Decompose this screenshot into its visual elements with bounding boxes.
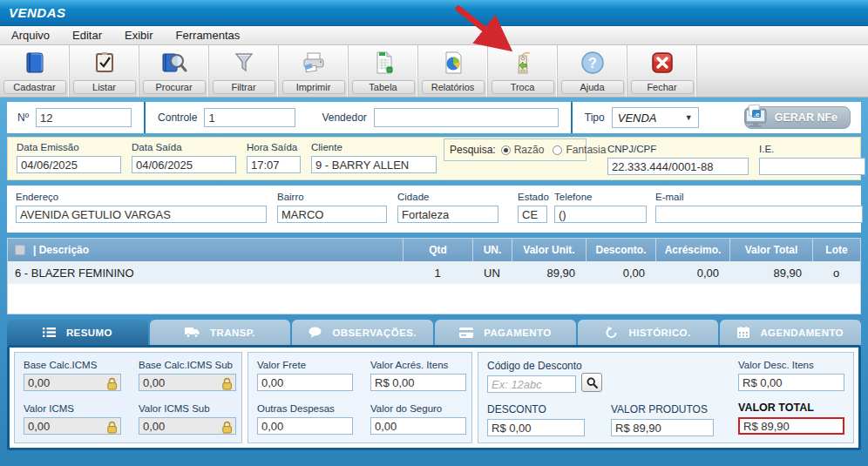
razao-label: Razão [514,144,545,156]
tab-pagamento[interactable]: PAGAMENTO [435,320,576,345]
menu-exibir[interactable]: Exibir [113,27,165,44]
valor-seguro-input[interactable] [370,417,466,435]
totais-group: Código de Desconto Valor Desc. Itens DES… [478,352,854,443]
calendar-icon [737,327,749,338]
header-descricao: | Descrição [8,239,403,261]
endereco-input[interactable] [16,206,267,223]
cadastrar-button[interactable]: Cadastrar [0,45,70,97]
cell-un: UN [472,261,512,284]
search-desconto-button[interactable] [581,373,602,392]
icms-group: Base Calc.ICMS Base Calc.ICMS Sub Valor … [14,352,242,443]
lock-icon [106,421,118,434]
menu-arquivo[interactable]: Arquivo [0,27,61,44]
estado-input[interactable] [518,206,547,223]
checklist-icon [92,45,118,80]
items-table-header: | Descrição Qtd UN. Valor Unit. Desconto… [8,239,860,261]
telefone-input[interactable] [554,206,647,223]
tab-observacoes[interactable]: OBSERVAÇÕES. [292,320,433,345]
numero-input[interactable] [36,108,132,127]
ie-label: I.E. [759,144,865,154]
gerar-nfe-button[interactable]: .e GERAR NFe [744,106,851,129]
valor-frete-label: Valor Frete [257,360,353,370]
fechar-button[interactable]: Fechar [627,45,697,97]
filtrar-label: Filtrar [213,80,275,94]
lock-icon [106,377,118,390]
endereco-label: Endereço [16,192,267,202]
cadastrar-label: Cadastrar [3,80,66,94]
fantasia-radio[interactable] [553,145,562,155]
ajuda-button[interactable]: ? Ajuda [558,45,627,97]
valor-frete-input[interactable] [257,374,353,391]
base-calc-icms-label: Base Calc.ICMS [24,360,121,370]
tab-agendamento-label: AGENDAMENTO [760,328,844,338]
telefone-label: Telefone [554,192,647,202]
printer-icon [300,45,328,80]
header-lote: Lote [812,239,860,261]
relatorios-button[interactable]: Relatórios [418,45,488,97]
title-bar: VENDAS [0,0,868,26]
codigo-desconto-label: Código de Desconto [487,360,592,372]
tipo-select[interactable]: VENDA ▼ [612,107,699,128]
item-row[interactable]: 6 - BLAZER FEMININO 1 UN 89,90 0,00 0,00… [8,261,860,284]
cell-desconto: 0,00 [586,261,655,284]
data-saida-input[interactable] [132,156,236,173]
tab-resumo[interactable]: RESUMO [7,320,148,345]
valor-total-input[interactable] [738,417,844,435]
tab-historico[interactable]: HISTÓRICO. [578,320,719,345]
data-emissao-label: Data Emissão [17,142,121,152]
procurar-button[interactable]: Procurar [139,45,209,97]
detail-tabs: RESUMO TRANSP. OBSERVAÇÕES. PAGAMENTO HI… [7,320,861,345]
ajuda-label: Ajuda [561,80,624,94]
cliente-input[interactable] [311,156,437,173]
resumo-panel: Base Calc.ICMS Base Calc.ICMS Sub Valor … [7,345,861,450]
desconto-input[interactable] [487,419,585,436]
tab-agendamento[interactable]: AGENDAMENTO [720,320,861,345]
vendas-window: VENDAS Arquivo Editar Exibir Ferramentas… [0,0,868,466]
outras-despesas-input[interactable] [257,417,353,435]
data-emissao-input[interactable] [17,156,121,173]
menu-editar[interactable]: Editar [61,27,113,44]
valor-desc-itens-input[interactable] [738,374,844,391]
search-book-icon [159,45,189,80]
tabela-button[interactable]: Tabela [349,45,418,97]
codigo-desconto-input[interactable] [487,375,576,393]
tab-transp-label: TRANSP. [210,328,255,338]
ie-input[interactable] [759,158,865,175]
estado-label: Estado [518,192,547,202]
desconto-label: DESCONTO [487,403,585,415]
tab-historico-label: HISTÓRICO. [628,328,690,338]
numero-label: Nº [17,111,29,124]
tab-transp[interactable]: TRANSP. [150,320,291,345]
base-calc-icms-sub-label: Base Calc.ICMS Sub [139,360,236,370]
email-input[interactable] [655,206,863,223]
controle-input[interactable] [204,108,295,127]
listar-button[interactable]: Listar [70,45,139,97]
cliente-label: Cliente [311,142,437,152]
search-icon [587,377,598,388]
cell-lote: o [812,261,860,284]
close-icon [649,45,675,80]
menu-ferramentas[interactable]: Ferramentas [165,27,252,44]
bairro-label: Bairro [277,192,387,202]
bairro-input[interactable] [277,206,387,223]
vendedor-input[interactable] [374,108,559,127]
tipo-value: VENDA [618,111,657,125]
valor-acres-itens-input[interactable] [370,374,466,391]
troca-button[interactable]: Troca [488,45,558,97]
hora-saida-input[interactable] [247,156,301,173]
filtrar-button[interactable]: Filtrar [209,45,279,97]
valor-produtos-input[interactable] [611,419,714,436]
tab-observacoes-label: OBSERVAÇÕES. [332,328,416,338]
divider [571,102,573,133]
cidade-input[interactable] [397,206,498,223]
tab-pagamento-label: PAGAMENTO [484,328,551,338]
procurar-label: Procurar [143,80,206,94]
address-section: Endereço Bairro Cidade Estado Telefone E… [7,186,861,233]
cnpj-cpf-input[interactable] [607,158,749,175]
outras-despesas-label: Outras Despesas [257,403,353,414]
tipo-label: Tipo [585,111,605,124]
imprimir-button[interactable]: Imprimir [279,45,349,97]
tab-resumo-label: RESUMO [66,328,112,338]
select-all-checkbox[interactable] [15,245,25,255]
razao-radio[interactable] [501,145,511,155]
